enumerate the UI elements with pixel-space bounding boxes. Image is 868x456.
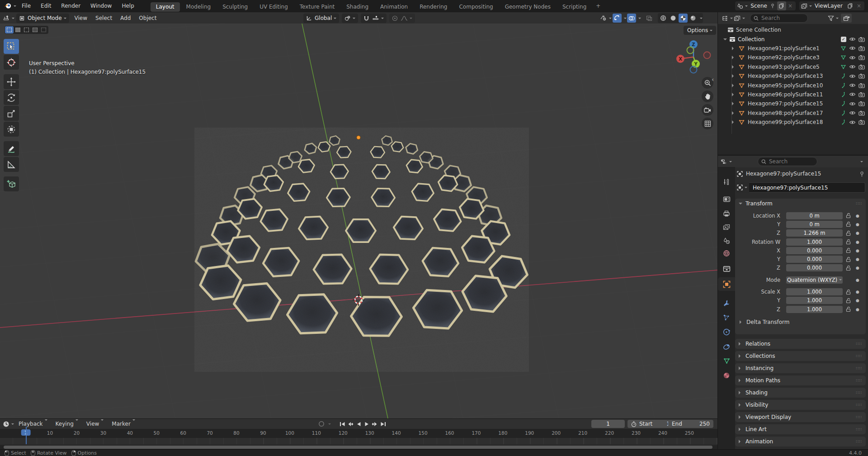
workspace-tab[interactable]: Rendering <box>414 2 453 12</box>
camera-view-button[interactable] <box>702 104 713 116</box>
show-overlays-toggle[interactable] <box>627 14 636 23</box>
tab-particles[interactable] <box>718 311 735 324</box>
viewport-canvas[interactable] <box>0 24 717 418</box>
disable-render-camera-icon[interactable] <box>859 37 865 42</box>
pivot-point-selector[interactable] <box>342 14 358 23</box>
workspace-tab[interactable]: Compositing <box>453 2 498 12</box>
outliner-object-row[interactable]: Hexagone97:polySurface15 <box>718 99 868 108</box>
workspace-tab[interactable]: Layout <box>151 2 180 12</box>
select-intersect-button[interactable] <box>39 26 48 33</box>
shading-wireframe-button[interactable] <box>659 14 668 23</box>
panel-grip[interactable]: ∷∷ <box>856 403 862 407</box>
hide-eye-icon[interactable] <box>849 55 856 60</box>
panel-grip[interactable]: ∷∷ <box>856 366 862 370</box>
xray-toggle[interactable] <box>645 14 654 23</box>
lock-open-icon[interactable] <box>846 239 851 245</box>
play-button[interactable] <box>363 420 371 428</box>
navigation-gizmo[interactable]: Z X Y <box>675 38 712 76</box>
sidebar-collapse-arrow[interactable]: ‹ <box>712 76 714 83</box>
animate-dot[interactable]: ● <box>856 257 859 261</box>
expand-chevron[interactable] <box>732 47 736 50</box>
jump-to-end-button[interactable] <box>379 420 387 428</box>
lock-open-icon[interactable] <box>846 247 851 253</box>
timeline-menu[interactable]: Marker <box>108 421 139 427</box>
tab-collection[interactable] <box>718 262 735 276</box>
animate-dot[interactable]: ● <box>856 222 859 227</box>
lock-open-icon[interactable] <box>846 230 851 236</box>
snap-with-icon[interactable] <box>372 15 379 21</box>
outliner-object-row[interactable]: Hexagone95:polySurface10 <box>718 81 868 90</box>
transform-panel-header[interactable]: Transform ∷∷ <box>735 199 866 209</box>
playhead-line[interactable] <box>26 427 27 444</box>
outliner-object-row[interactable]: Hexagone92:polySurface3 <box>718 53 868 62</box>
toggle-ortho-button[interactable] <box>702 118 713 129</box>
previous-keyframe-button[interactable] <box>346 420 354 428</box>
hide-eye-icon[interactable] <box>849 83 856 88</box>
tool-annotate[interactable] <box>4 141 19 156</box>
tab-material[interactable] <box>718 369 735 382</box>
gizmo-minus-x-axis[interactable] <box>704 52 711 59</box>
disable-render-camera-icon[interactable] <box>859 46 865 51</box>
new-scene-button[interactable] <box>777 1 786 10</box>
workspace-tab[interactable]: UV Editing <box>254 2 293 12</box>
viewport-menu[interactable]: Select <box>91 15 116 21</box>
collapsed-panel[interactable]: Collections ∷∷ <box>735 351 866 361</box>
animate-dot[interactable]: ● <box>856 278 859 282</box>
pan-button[interactable] <box>702 90 713 102</box>
timeline-editor-button[interactable] <box>3 419 14 428</box>
value-field[interactable]: 1.000 <box>786 288 843 295</box>
value-field[interactable]: 0.000 <box>786 256 843 263</box>
add-workspace-button[interactable]: + <box>592 3 604 9</box>
delta-transform-toggle[interactable]: Delta Transform <box>735 317 866 327</box>
frame-start-field[interactable]: Start 1 <box>627 420 674 428</box>
panel-grip[interactable]: ∷∷ <box>856 439 862 444</box>
expand-chevron[interactable] <box>732 84 736 87</box>
current-frame-field[interactable]: 1 <box>591 420 625 428</box>
select-extend-button[interactable] <box>14 26 22 33</box>
tab-constraints[interactable] <box>718 340 735 353</box>
expand-chevron[interactable] <box>732 74 736 78</box>
timeline-menu[interactable]: Keying <box>52 421 82 427</box>
panel-grip[interactable]: ∷∷ <box>856 342 862 346</box>
disable-render-camera-icon[interactable] <box>859 119 865 125</box>
tab-scene[interactable] <box>718 234 735 247</box>
viewlayer-icon[interactable] <box>801 3 807 9</box>
tab-output[interactable] <box>718 207 735 220</box>
hide-eye-icon[interactable] <box>849 92 856 97</box>
play-reverse-button[interactable] <box>354 420 363 428</box>
properties-search-input[interactable]: Search <box>758 157 817 166</box>
lock-open-icon[interactable] <box>846 306 851 312</box>
tab-world[interactable] <box>718 247 735 260</box>
panel-grip[interactable]: ∷∷ <box>856 427 862 432</box>
unlink-scene-button[interactable]: × <box>787 3 794 9</box>
tool-rotate[interactable] <box>4 90 19 105</box>
viewport-options-button[interactable]: Options <box>684 26 716 35</box>
tab-render[interactable] <box>718 192 735 206</box>
outliner-display-mode-button[interactable] <box>722 14 733 23</box>
collapsed-panel[interactable]: Relations ∷∷ <box>735 339 866 349</box>
disable-render-camera-icon[interactable] <box>859 64 865 70</box>
viewport[interactable]: User Perspective (1) Collection | Hexago… <box>0 24 717 418</box>
collapsed-panel[interactable]: Viewport Display ∷∷ <box>735 412 866 422</box>
pin-icon[interactable] <box>859 171 865 177</box>
topbar-menu[interactable]: Help <box>117 0 139 12</box>
gizmo-chevron[interactable] <box>624 18 627 20</box>
value-field[interactable]: 1.000 <box>786 306 843 313</box>
expand-chevron[interactable] <box>732 120 736 124</box>
editor-type-button[interactable] <box>3 14 14 23</box>
expand-chevron[interactable] <box>732 56 736 59</box>
expand-chevron[interactable] <box>732 102 736 105</box>
hide-eye-icon[interactable] <box>849 110 856 115</box>
scene-name[interactable]: Scene <box>748 3 770 9</box>
auto-keying-chevron[interactable] <box>328 423 331 426</box>
properties-options-chevron[interactable] <box>860 161 863 164</box>
select-subtract-button[interactable] <box>22 26 31 33</box>
timeline-ruler[interactable]: 1020304050607080901001101201301401501601… <box>0 429 717 438</box>
tab-object-data[interactable] <box>718 354 735 368</box>
tool-add-cube[interactable] <box>4 176 19 191</box>
lock-open-icon[interactable] <box>846 298 851 304</box>
falloff-curve-icon[interactable] <box>401 15 408 21</box>
panel-grip[interactable]: ∷∷ <box>856 378 862 383</box>
transform-orientation[interactable]: Global <box>303 14 339 23</box>
hide-eye-icon[interactable] <box>849 64 856 69</box>
